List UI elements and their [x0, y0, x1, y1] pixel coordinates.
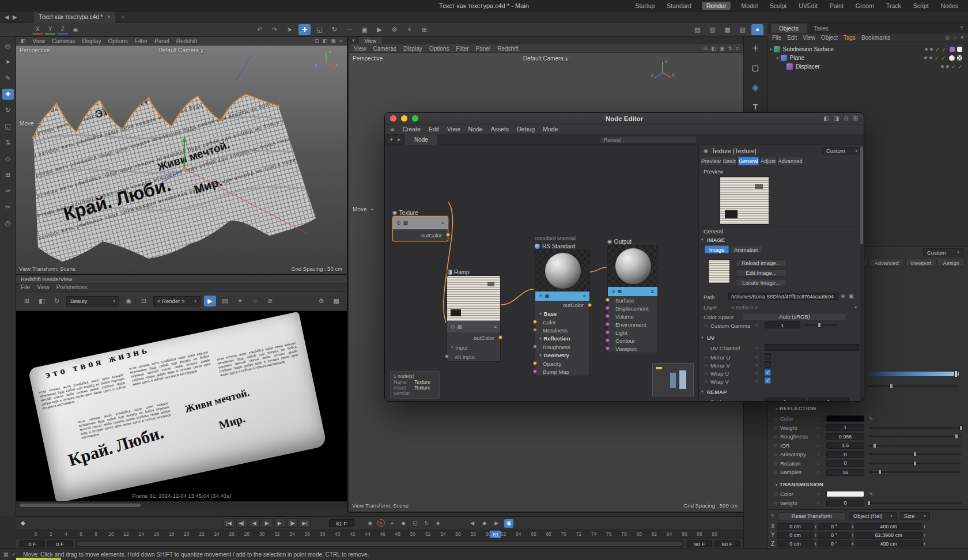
node-editor-window[interactable]: Node Editor ◧◨⊙⊞ ≡ Create Edit View Node… — [384, 112, 864, 402]
fullscreen-icon[interactable]: ⊞ — [853, 116, 858, 122]
menu-item[interactable]: Cameras — [52, 38, 75, 44]
section-geometry[interactable]: ▾ Geometry — [535, 351, 589, 360]
pixel-inspect-button[interactable]: ⊡ — [138, 296, 150, 307]
port-row-surface[interactable]: Surface — [608, 296, 657, 304]
menu-item[interactable]: Debug — [517, 126, 535, 133]
tree-row-subdivision-surface[interactable]: ▾ Subdivision Surface ✓ ✓ — [767, 45, 968, 54]
preview-toggle-icon[interactable]: ⊙ — [539, 294, 543, 298]
wrap-v-checkbox[interactable]: ✓ — [765, 377, 771, 384]
folder-icon[interactable]: ▣ — [849, 294, 854, 299]
panel-left-toggle-icon[interactable]: ◧ — [823, 116, 829, 122]
wrap-u-checkbox[interactable]: ✓ — [765, 369, 771, 376]
menu-item[interactable]: Filter — [456, 46, 468, 52]
quantize-toggle[interactable]: ⊞ — [418, 24, 430, 35]
reload-image-button[interactable]: Reload Image... — [736, 259, 786, 267]
rotation-field[interactable]: 0 ° — [818, 523, 851, 530]
port-row-volume[interactable]: Volume — [608, 312, 657, 320]
render-source-dropdown[interactable]: < Render >▾ — [153, 296, 201, 307]
renderview-scrollbar[interactable] — [16, 501, 347, 508]
menu-item[interactable]: View — [354, 46, 366, 52]
axis-y-lock[interactable]: Y — [45, 25, 55, 35]
port-row-outcolor[interactable]: outColor — [535, 301, 589, 309]
menu-item[interactable]: Mode — [543, 126, 558, 133]
rotation-field[interactable]: 0 ° — [818, 540, 851, 547]
color-swatch[interactable] — [826, 491, 864, 497]
value-field[interactable]: 0 — [826, 451, 864, 458]
live-render-toggle[interactable]: ● — [751, 24, 763, 35]
menu-item[interactable]: Assets — [491, 126, 509, 133]
image-icon[interactable]: ▦ — [618, 289, 622, 294]
color-picker-button[interactable]: ◉ — [123, 296, 135, 307]
menu-item[interactable]: View — [37, 284, 50, 290]
locate-image-button[interactable]: Locate Image... — [736, 279, 786, 286]
transfer-tool[interactable]: ⇅ — [2, 137, 14, 148]
port-row-contour[interactable]: Contour — [608, 336, 657, 345]
enabled-check-icon[interactable]: ✓ — [951, 64, 956, 70]
stepper[interactable]: ▴▾ — [924, 525, 925, 528]
port-row-metalness[interactable]: Metalness — [535, 326, 589, 334]
cube-icon[interactable]: ◈ — [749, 81, 762, 93]
preview-end-field[interactable]: 90 F — [687, 540, 712, 547]
anim-dot-icon[interactable]: ○ — [817, 434, 826, 439]
visibility-dot[interactable] — [930, 48, 933, 51]
timeline-ruler[interactable]: 0246810121416182022242628303234363840424… — [16, 529, 743, 539]
move-tool[interactable]: ✚ — [298, 24, 311, 35]
visibility-dot[interactable] — [946, 65, 949, 68]
camera-label[interactable]: Default Camera ◧ — [16, 47, 347, 54]
keyframe-selection-button[interactable]: ⌖ — [388, 519, 396, 528]
axis-z-lock[interactable]: Z — [58, 25, 68, 35]
layout-item[interactable]: Track — [884, 2, 903, 10]
value-slider[interactable] — [869, 502, 961, 504]
object-name[interactable]: Subdivision Surface — [783, 46, 834, 52]
section-reflection[interactable]: ▾ Reflection — [535, 334, 589, 343]
viewport-maximize-icon[interactable]: ⊡ — [704, 46, 708, 51]
menu-item[interactable]: Filter — [135, 38, 148, 44]
stepper[interactable]: ▴▾ — [852, 533, 854, 537]
output-port[interactable] — [498, 335, 502, 339]
rotation-field[interactable]: 0 ° — [818, 532, 851, 539]
menu-item[interactable]: View — [33, 38, 46, 44]
keyframe-diamond-icon[interactable]: ◆ — [21, 520, 25, 526]
layout-item[interactable]: Startup — [633, 2, 656, 10]
preview-toggle-icon[interactable]: ⊙ — [611, 289, 615, 294]
menu-item[interactable]: Options — [108, 38, 127, 44]
range-end-field[interactable]: 90 F — [714, 540, 740, 547]
port-row-light[interactable]: Light — [608, 328, 657, 336]
node-ramp[interactable]: Ramp ⊙ ▦ ≡ outColor — [447, 268, 501, 362]
anim-dot-icon[interactable]: ○ — [755, 323, 758, 328]
camera-menu-icon[interactable]: ◧ — [201, 49, 205, 54]
anim-dot-icon[interactable]: ○ — [755, 354, 758, 360]
viewport-camera-icon[interactable]: ▣ — [720, 46, 725, 51]
layout-item[interactable]: UVEdit — [797, 2, 819, 10]
anim-dot-icon[interactable]: ○ — [817, 452, 826, 457]
general-section-label[interactable]: General — [704, 228, 723, 234]
menu-item[interactable]: Create — [402, 126, 421, 133]
value-slider[interactable] — [869, 453, 961, 455]
chevron-down-icon[interactable]: ▾ — [854, 305, 857, 310]
layer-value[interactable]: < Default > — [731, 304, 758, 311]
section-reflection[interactable]: ▾ REFLECTION — [776, 405, 816, 411]
preview-section-label[interactable]: Preview — [704, 168, 723, 175]
position-field[interactable]: 0 cm — [777, 540, 814, 547]
preview-toggle-icon[interactable]: ⊙ — [451, 324, 455, 330]
stepper[interactable]: ▴▾ — [924, 533, 925, 537]
inspector-tab[interactable]: Basic — [723, 157, 737, 165]
freeze-button[interactable]: ✶ — [234, 296, 246, 307]
color-swatch[interactable] — [826, 415, 864, 422]
rotate-tool[interactable]: ↻ — [2, 105, 14, 116]
tag-icon[interactable] — [957, 47, 962, 52]
axis-x-lock[interactable]: X — [32, 25, 43, 35]
stepper[interactable]: ▴▾ — [852, 542, 854, 546]
start-ipr-button[interactable]: ▶ — [204, 296, 216, 307]
slider-handle[interactable] — [954, 370, 958, 377]
timeline-options-button[interactable]: ▣ — [504, 519, 513, 528]
uv-tag-icon[interactable] — [957, 55, 962, 60]
material-preview[interactable] — [535, 250, 589, 292]
prev-frame-button[interactable]: ◀ — [249, 519, 260, 528]
search-icon[interactable]: ◎ — [945, 35, 950, 40]
value-slider[interactable] — [869, 427, 961, 429]
hamburger-icon[interactable]: ≡ — [391, 126, 394, 133]
goto-end-button[interactable]: ▶| — [300, 519, 311, 528]
port-row-bump-map[interactable]: Bump Map — [535, 368, 589, 376]
lasso-tool[interactable]: ✎ — [2, 73, 14, 84]
